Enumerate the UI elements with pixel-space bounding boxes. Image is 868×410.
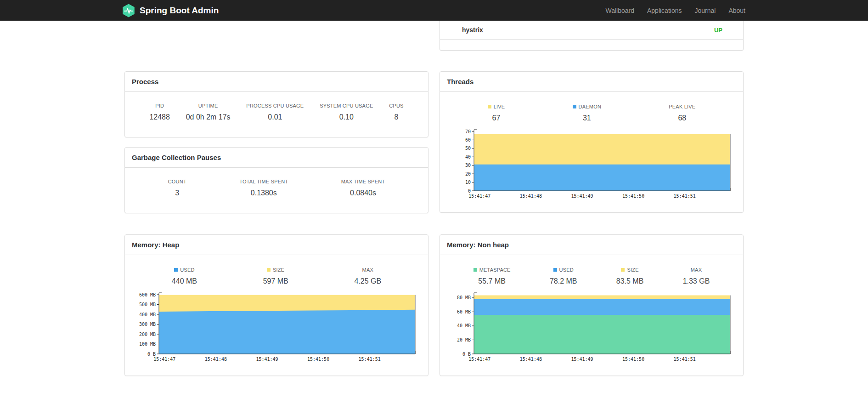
metric-value: 12488 (149, 113, 170, 121)
threads-chart: 01020304050607015:41:4715:41:4815:41:491… (440, 129, 743, 212)
legend-label: USED (180, 267, 194, 273)
application-row-hystrix[interactable]: hystrix UP (440, 21, 743, 40)
svg-text:15:41:48: 15:41:48 (520, 357, 542, 362)
legend-label: DAEMON (579, 104, 601, 109)
legend-peak-live: PEAK LIVE 68 (669, 104, 695, 122)
threads-legend: LIVE 67 DAEMON 31 PEAK (440, 92, 743, 129)
svg-text:10: 10 (465, 180, 471, 185)
svg-text:20: 20 (465, 171, 471, 177)
metric-label: TOTAL TIME SPENT (239, 179, 288, 184)
svg-text:15:41:49: 15:41:49 (571, 357, 593, 362)
metric-count: COUNT 3 (168, 179, 186, 197)
legend-max: MAX 1.33 GB (683, 267, 710, 285)
legend-value: 68 (669, 114, 695, 122)
legend-value: 83.5 MB (616, 277, 644, 285)
metric-value: 0.1380s (239, 189, 288, 197)
legend-swatch (488, 105, 491, 108)
gc-pauses-card: Garbage Collection Pauses COUNT 3 TOTAL … (124, 147, 428, 213)
status-badge-up: UP (714, 27, 722, 34)
metric-process-cpu-usage: PROCESS CPU USAGE 0.01 (246, 103, 304, 121)
svg-text:200 MB: 200 MB (139, 332, 156, 337)
legend-value: 78.2 MB (550, 277, 577, 285)
threads-title: Threads (440, 72, 743, 92)
memory-nonheap-chart: 0 B20 MB40 MB60 MB80 MB15:41:4715:41:481… (440, 292, 743, 376)
svg-text:15:41:49: 15:41:49 (571, 194, 593, 199)
svg-text:0 B: 0 B (462, 352, 471, 357)
svg-text:500 MB: 500 MB (139, 302, 156, 307)
legend-size: SIZE 83.5 MB (616, 267, 644, 285)
process-card: Process PID 12488 UPTIME 0d 0h 2m 17s PR… (124, 71, 428, 137)
svg-text:15:41:51: 15:41:51 (359, 357, 381, 362)
legend-swatch (267, 268, 271, 272)
process-title: Process (125, 72, 428, 92)
legend-value: 440 MB (172, 277, 197, 285)
legend-size: SIZE 597 MB (263, 267, 288, 285)
heap-legend: USED 440 MB SIZE 597 MB (125, 255, 428, 292)
metric-value: 0.10 (320, 113, 373, 121)
legend-value: 4.25 GB (354, 277, 381, 285)
legend-swatch (621, 268, 625, 272)
nav-item-wallboard[interactable]: Wallboard (599, 7, 641, 14)
navbar-inner: Spring Boot Admin Wallboard Applications… (122, 0, 746, 21)
metric-value: 0.0840s (341, 189, 385, 197)
metric-label: PROCESS CPU USAGE (246, 103, 304, 108)
nav-item-journal[interactable]: Journal (688, 7, 722, 14)
legend-used: USED 78.2 MB (550, 267, 577, 285)
legend-live: LIVE 67 (488, 104, 505, 122)
svg-text:15:41:47: 15:41:47 (468, 357, 490, 362)
legend-swatch (573, 105, 576, 108)
svg-text:15:41:51: 15:41:51 (674, 194, 696, 199)
svg-text:40 MB: 40 MB (457, 323, 471, 328)
svg-text:20 MB: 20 MB (457, 337, 471, 342)
svg-text:30: 30 (465, 163, 471, 168)
svg-text:300 MB: 300 MB (139, 322, 156, 327)
legend-swatch (553, 268, 557, 272)
gc-metrics: COUNT 3 TOTAL TIME SPENT 0.1380s MAX TIM… (125, 168, 428, 213)
svg-text:80 MB: 80 MB (457, 295, 471, 300)
legend-value: 1.33 GB (683, 277, 710, 285)
brand[interactable]: Spring Boot Admin (122, 4, 219, 17)
legend-label: MAX (691, 267, 702, 273)
svg-text:60 MB: 60 MB (457, 309, 471, 314)
navbar: Spring Boot Admin Wallboard Applications… (0, 0, 868, 21)
svg-text:70: 70 (465, 129, 471, 134)
metric-value: 0d 0h 2m 17s (186, 113, 231, 121)
memory-heap-chart: 0 B100 MB200 MB300 MB400 MB500 MB600 MB1… (125, 292, 428, 376)
svg-text:15:41:48: 15:41:48 (205, 357, 227, 362)
legend-label: METASPACE (479, 267, 511, 273)
threads-card: Threads LIVE 67 DAEMON 3 (440, 71, 744, 213)
svg-text:15:41:51: 15:41:51 (674, 357, 696, 362)
svg-text:0 B: 0 B (147, 352, 156, 357)
metric-label: PID (149, 103, 170, 108)
metric-system-cpu-usage: SYSTEM CPU USAGE 0.10 (320, 103, 373, 121)
metric-label: MAX TIME SPENT (341, 179, 385, 184)
legend-value: 31 (573, 114, 601, 122)
nonheap-legend: METASPACE 55.7 MB USED 78.2 MB (440, 255, 743, 292)
legend-metaspace: METASPACE 55.7 MB (473, 267, 511, 285)
process-metrics: PID 12488 UPTIME 0d 0h 2m 17s PROCESS CP… (125, 92, 428, 137)
application-name: hystrix (462, 26, 483, 34)
nav-item-applications[interactable]: Applications (641, 7, 688, 14)
memory-nonheap-title: Memory: Non heap (440, 235, 743, 255)
legend-daemon: DAEMON 31 (573, 104, 601, 122)
memory-heap-title: Memory: Heap (125, 235, 428, 255)
metric-label: COUNT (168, 179, 186, 184)
legend-value: 55.7 MB (473, 277, 511, 285)
legend-max: MAX 4.25 GB (354, 267, 381, 285)
app-logo-icon (122, 4, 135, 17)
memory-nonheap-card: Memory: Non heap METASPACE 55.7 MB USED (440, 234, 744, 376)
metric-value: 3 (168, 189, 186, 197)
metric-label: CPUS (389, 103, 403, 108)
svg-text:600 MB: 600 MB (139, 292, 156, 297)
legend-swatch (174, 268, 178, 272)
legend-label: PEAK LIVE (669, 104, 695, 109)
metric-cpus: CPUS 8 (389, 103, 403, 121)
applications-card: hystrix UP (440, 21, 744, 51)
metric-value: 0.01 (246, 113, 304, 121)
legend-label: SIZE (627, 267, 638, 273)
legend-swatch (473, 268, 477, 272)
legend-value: 597 MB (263, 277, 288, 285)
svg-text:15:41:48: 15:41:48 (520, 194, 542, 199)
svg-text:50: 50 (465, 146, 471, 151)
nav-item-about[interactable]: About (722, 7, 746, 14)
